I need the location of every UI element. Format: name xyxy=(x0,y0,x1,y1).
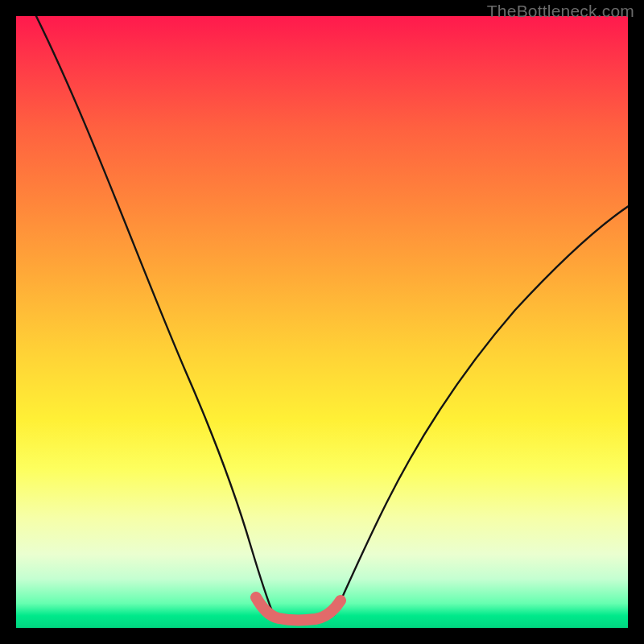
watermark-text: TheBottleneck.com xyxy=(487,2,634,21)
curve-layer xyxy=(16,16,628,628)
plot-area xyxy=(16,16,628,628)
left-branch-curve xyxy=(32,16,274,615)
right-branch-curve xyxy=(334,187,628,615)
chart-frame: TheBottleneck.com xyxy=(0,0,644,644)
